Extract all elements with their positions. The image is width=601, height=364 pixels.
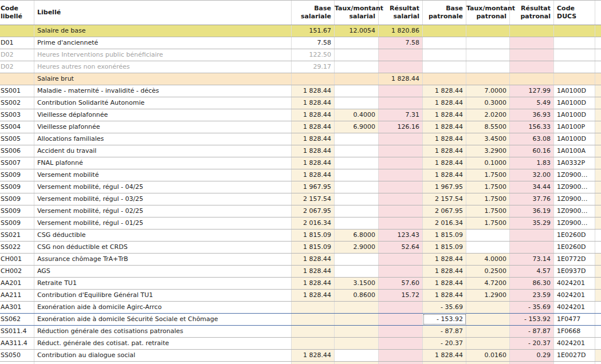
cell-overflow-sliver[interactable]	[595, 230, 601, 241]
cell-overflow-sliver[interactable]	[595, 338, 601, 349]
cell-resultat-patronal[interactable]: - 20.37	[510, 338, 554, 349]
cell-code-ducs[interactable]: 1E0772D	[554, 254, 595, 265]
cell-resultat-patronal[interactable]: 36.19	[510, 205, 554, 217]
cell-resultat-patronal[interactable]: - 35.69	[510, 302, 554, 313]
cell-base-patronale[interactable]: 1 815.09	[423, 242, 466, 253]
cell-base-patronale[interactable]: 2 016.34	[423, 217, 466, 229]
cell-libelle[interactable]: Maladie - maternité - invalidité - décès	[34, 85, 292, 97]
cell-resultat-salarial[interactable]: 7.58	[379, 37, 423, 49]
cell-base-patronale[interactable]: 1 828.44	[423, 145, 466, 157]
cell-overflow-sliver[interactable]	[595, 145, 601, 157]
cell-taux-montant-patronal[interactable]: 0.2500	[466, 266, 510, 277]
cell-taux-montant-salarial[interactable]	[335, 338, 379, 349]
cell-resultat-salarial[interactable]: 52.64	[379, 242, 423, 253]
cell-resultat-patronal[interactable]: 73.14	[510, 254, 554, 265]
cell-base-salariale[interactable]: 1 815.09	[292, 230, 335, 241]
cell-base-salariale[interactable]: 1 828.44	[292, 254, 335, 265]
table-row[interactable]	[0, 362, 601, 364]
cell-base-salariale[interactable]: 7.58	[292, 37, 335, 49]
cell-overflow-sliver[interactable]	[595, 290, 601, 301]
cell-base-salariale[interactable]: 1 828.44	[292, 133, 335, 145]
cell-resultat-patronal[interactable]	[510, 73, 554, 85]
cell-code-libelle[interactable]: D02	[0, 49, 34, 61]
cell-taux-montant-salarial[interactable]	[335, 85, 379, 97]
cell-resultat-patronal[interactable]: 34.44	[510, 181, 554, 193]
cell-code-libelle[interactable]	[0, 362, 34, 364]
cell-code-libelle[interactable]	[0, 25, 34, 37]
cell-taux-montant-patronal[interactable]	[466, 242, 510, 253]
cell-taux-montant-salarial[interactable]	[335, 37, 379, 49]
cell-code-libelle[interactable]: SS009	[0, 217, 34, 229]
cell-taux-montant-patronal[interactable]: 4.0000	[466, 254, 510, 265]
cell-overflow-sliver[interactable]	[595, 97, 601, 109]
table-row[interactable]: AA311.4Réduct. générale des cotisat. pat…	[0, 338, 601, 350]
cell-base-patronale[interactable]: - 20.37	[423, 338, 466, 349]
cell-resultat-salarial[interactable]	[379, 85, 423, 97]
cell-code-libelle[interactable]: SS009	[0, 205, 34, 217]
cell-resultat-patronal[interactable]: 23.59	[510, 290, 554, 301]
cell-base-salariale[interactable]: 1 828.44	[292, 157, 335, 169]
cell-resultat-patronal[interactable]: 127.99	[510, 85, 554, 97]
cell-resultat-salarial[interactable]	[379, 193, 423, 205]
cell-code-libelle[interactable]: CH002	[0, 266, 34, 277]
cell-libelle[interactable]: Salaire brut	[34, 73, 292, 85]
table-row[interactable]: SS022CSG non déductible et CRDS1 815.092…	[0, 242, 601, 254]
cell-code-libelle[interactable]: SS009	[0, 181, 34, 193]
table-row[interactable]: SS009Versement mobilité, régul - 02/252 …	[0, 205, 601, 217]
cell-overflow-sliver[interactable]	[595, 133, 601, 145]
cell-resultat-salarial[interactable]	[379, 61, 423, 73]
table-row[interactable]: SS009Versement mobilité, régul - 03/252 …	[0, 193, 601, 205]
cell-resultat-patronal[interactable]	[510, 49, 554, 61]
cell-resultat-patronal[interactable]: - 153.92	[510, 314, 554, 325]
cell-base-salariale[interactable]: 2 067.95	[292, 205, 335, 217]
cell-overflow-sliver[interactable]	[595, 193, 601, 205]
cell-base-salariale[interactable]: 1 828.44	[292, 109, 335, 121]
cell-base-salariale[interactable]: 151.67	[292, 25, 335, 37]
cell-base-salariale[interactable]: 1 828.44	[292, 169, 335, 181]
cell-code-ducs[interactable]: 1Z0900…	[554, 193, 595, 205]
cell-overflow-sliver[interactable]	[595, 157, 601, 169]
cell-libelle[interactable]: CSG non déductible et CRDS	[34, 242, 292, 253]
table-row[interactable]: CH001Assurance chômage TrA+TrB1 828.441 …	[0, 254, 601, 266]
cell-libelle[interactable]: Allocations familiales	[34, 133, 292, 145]
cell-code-libelle[interactable]: AA211	[0, 290, 34, 301]
cell-resultat-patronal[interactable]: 60.16	[510, 145, 554, 157]
cell-code-libelle[interactable]	[0, 73, 34, 85]
cell-taux-montant-patronal[interactable]	[466, 37, 510, 49]
cell-taux-montant-salarial[interactable]	[335, 326, 379, 337]
cell-libelle[interactable]: FNAL plafonné	[34, 157, 292, 169]
cell-overflow-sliver[interactable]	[595, 49, 601, 61]
cell-libelle[interactable]: Exonération aide à domicile Agirc-Arrco	[34, 302, 292, 313]
cell-code-libelle[interactable]: SS022	[0, 242, 34, 253]
cell-overflow-sliver[interactable]	[595, 266, 601, 277]
cell-code-ducs[interactable]: 1F0477	[554, 314, 595, 325]
cell-resultat-salarial[interactable]	[379, 181, 423, 193]
cell-resultat-salarial[interactable]: 57.60	[379, 278, 423, 289]
cell-libelle[interactable]: Salaire de base	[34, 25, 292, 37]
cell-base-salariale[interactable]	[292, 326, 335, 337]
cell-base-patronale[interactable]: - 87.87	[423, 326, 466, 337]
cell-base-salariale[interactable]: 122.50	[292, 49, 335, 61]
cell-base-patronale[interactable]	[423, 362, 466, 364]
cell-resultat-salarial[interactable]: 123.43	[379, 230, 423, 241]
cell-code-ducs[interactable]: 4024201	[554, 302, 595, 313]
cell-code-ducs[interactable]	[554, 37, 595, 49]
cell-taux-montant-salarial[interactable]	[335, 302, 379, 313]
cell-overflow-sliver[interactable]	[595, 109, 601, 121]
cell-taux-montant-salarial[interactable]: 0.4000	[335, 109, 379, 121]
cell-libelle[interactable]: Réduct. générale des cotisat. pat. retra…	[34, 338, 292, 349]
cell-base-patronale[interactable]: - 35.69	[423, 302, 466, 313]
cell-resultat-salarial[interactable]	[379, 157, 423, 169]
table-row[interactable]: SS009Versement mobilité1 828.441 828.441…	[0, 169, 601, 181]
cell-base-salariale[interactable]: 29.17	[292, 61, 335, 73]
cell-libelle[interactable]: Heures Interventions public bénéficiaire	[34, 49, 292, 61]
cell-code-ducs[interactable]: 1A0100D	[554, 97, 595, 109]
cell-base-salariale[interactable]	[292, 362, 335, 364]
cell-taux-montant-salarial[interactable]	[335, 217, 379, 229]
cell-code-libelle[interactable]: SS001	[0, 85, 34, 97]
cell-overflow-sliver[interactable]	[595, 169, 601, 181]
cell-code-ducs[interactable]: 1Z0900…	[554, 169, 595, 181]
cell-base-patronale[interactable]	[423, 73, 466, 85]
cell-resultat-patronal[interactable]: 4.57	[510, 266, 554, 277]
cell-taux-montant-patronal[interactable]: 1.7500	[466, 205, 510, 217]
